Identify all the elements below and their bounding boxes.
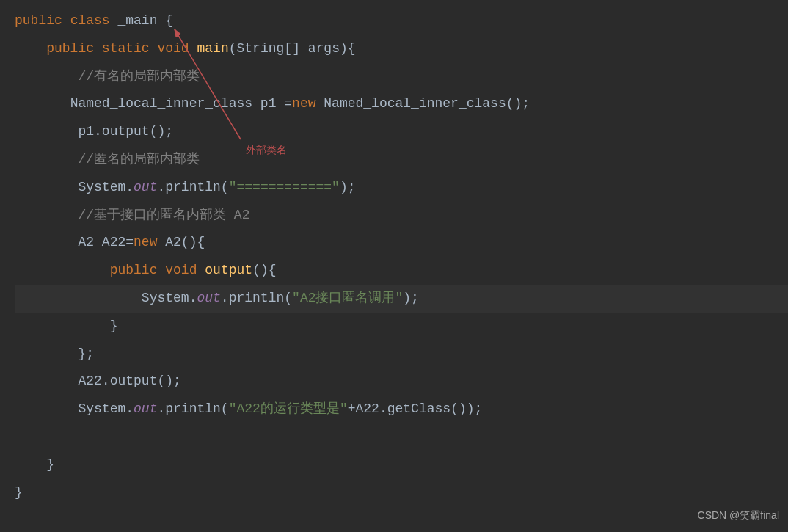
code-line: public void output(){ [15, 257, 788, 285]
params: (){ [252, 263, 276, 277]
static-field: out [197, 291, 220, 305]
brace: } [15, 485, 23, 500]
code-line: } [15, 313, 788, 340]
code-text: Named_local_inner_class(); [315, 96, 530, 111]
string-literal: "A2接口匿名调用" [292, 291, 403, 305]
code-line: System.out.println("A22的运行类型是"+A22.getCl… [15, 396, 788, 423]
comment: //有名的局部内部类 [78, 69, 200, 84]
comment: //匿名的局部内部类 [70, 152, 200, 167]
method-call: .println( [157, 401, 228, 416]
keyword-void: void [157, 41, 189, 56]
code-line: //基于接口的匿名内部类 A2 [15, 202, 788, 230]
code-line: A2 A22=new A2(){ [15, 229, 788, 257]
method-name: output [205, 263, 252, 277]
code-line: System.out.println("============"); [15, 174, 788, 202]
static-field: out [134, 180, 157, 194]
code-line [15, 423, 788, 451]
code-text: A2(){ [157, 235, 205, 249]
keyword-new: new [292, 96, 315, 111]
code-line: }; [15, 340, 788, 368]
method-call: .println( [221, 291, 292, 305]
keyword-static: static [102, 41, 150, 56]
keyword-new: new [134, 235, 157, 249]
method-name: main [197, 41, 229, 56]
class-name: _main [117, 13, 157, 28]
code-text: p1.output(); [70, 124, 173, 139]
code-line: Named_local_inner_class p1 =new Named_lo… [15, 90, 788, 118]
keyword-public: public [110, 263, 158, 277]
keyword-public: public [46, 41, 94, 56]
code-line: public class _main { [15, 7, 788, 35]
code-text: System. [70, 180, 134, 194]
code-text: System. [78, 401, 134, 416]
code-text: A2 A22= [78, 235, 134, 249]
code-text: ); [340, 180, 356, 194]
code-text: ); [403, 291, 419, 305]
code-editor[interactable]: public class _main { public static void … [0, 7, 788, 506]
code-line: } [15, 451, 788, 479]
code-line: //匿名的局部内部类 [15, 146, 788, 174]
code-line: A22.output(); [15, 368, 788, 396]
static-field: out [134, 401, 157, 416]
brace: }; [78, 346, 94, 361]
method-call: .println( [157, 180, 228, 194]
brace: } [46, 457, 54, 472]
annotation-label: 外部类名 [246, 139, 287, 161]
code-line: } [15, 479, 788, 507]
params: (String[] args){ [229, 41, 356, 56]
code-text: Named_local_inner_class p1 = [70, 96, 292, 111]
watermark-text: CSDN @笑霸final [698, 505, 779, 526]
code-text: System. [142, 291, 197, 305]
code-text: A22.output(); [78, 374, 180, 388]
keyword-class: class [70, 13, 110, 28]
brace: { [165, 13, 173, 28]
code-line-highlighted: System.out.println("A2接口匿名调用"); [15, 285, 788, 313]
code-line: //有名的局部内部类 [15, 63, 788, 91]
comment: //基于接口的匿名内部类 A2 [78, 208, 249, 222]
keyword-void: void [165, 263, 197, 277]
code-line: p1.output(); [15, 118, 788, 146]
code-text: +A22.getClass()); [348, 401, 483, 416]
string-literal: "A22的运行类型是" [229, 401, 348, 416]
brace: } [110, 318, 118, 333]
keyword-public: public [15, 13, 62, 28]
code-line: public static void main(String[] args){ [15, 35, 788, 63]
string-literal: "============" [229, 180, 340, 194]
